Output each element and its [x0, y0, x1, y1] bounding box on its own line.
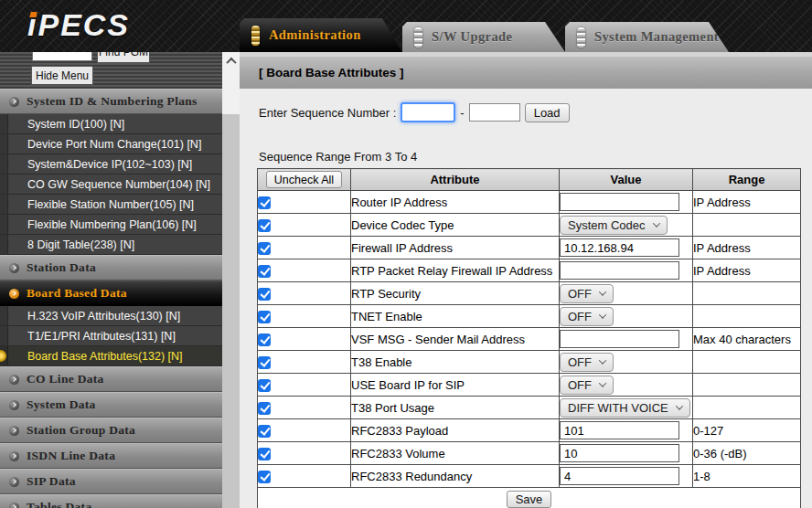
table-row: T38 Port UsageDIFF WITH VOICE	[258, 397, 801, 419]
sidebar-item-board-base-attributes-132-n[interactable]: Board Base Attributes(132) [N]	[0, 346, 222, 366]
sidebar-item-flexible-numbering-plan-106-n[interactable]: Flexible Numbering Plan(106) [N]	[0, 215, 222, 235]
sidebar-item-h-323-voip-attributes-130-n[interactable]: H.323 VoIP Attributes(130) [N]	[0, 306, 222, 326]
tab-administration[interactable]: Administration	[240, 18, 402, 52]
sequence-to-input[interactable]	[469, 103, 520, 122]
table-row: RTP Packet Relay Firewall IP AddressIP A…	[258, 259, 801, 282]
sidebar-find-area: Find PGM Hide Menu	[0, 52, 222, 89]
row-check-cell	[258, 465, 351, 488]
row-checkbox-checked[interactable]	[258, 471, 271, 483]
row-check-cell	[258, 397, 351, 419]
range-text	[693, 282, 801, 305]
table-row: Device Codec TypeSystem Codec	[258, 214, 801, 237]
row-check-cell	[258, 419, 351, 442]
save-button[interactable]: Save	[507, 491, 552, 508]
row-checkbox-checked[interactable]	[258, 288, 271, 301]
table-row: RFC2833 Volume0-36 (-dB)	[258, 442, 801, 465]
range-text: IP Address	[693, 191, 801, 214]
column-header-value: Value	[560, 169, 693, 191]
vertical-scrollbar[interactable]	[222, 52, 240, 508]
value-input-rfc2833-volume[interactable]	[560, 444, 679, 462]
value-input-router-ip-address[interactable]	[560, 193, 679, 211]
load-button[interactable]: Load	[525, 103, 570, 122]
row-check-cell	[258, 282, 351, 305]
tab-s-w-upgrade-icon	[414, 27, 422, 48]
range-text: Max 40 characters	[693, 328, 801, 351]
scrollbar-thumb[interactable]	[222, 114, 240, 508]
attribute-name: RFC2833 Redundancy	[351, 465, 560, 488]
sidebar-section-tables-data[interactable]: Tables Data	[0, 494, 222, 508]
value-select-t38-port-usage[interactable]: DIFF WITH VOICE	[560, 398, 690, 418]
row-checkbox-checked[interactable]	[258, 356, 271, 369]
range-text: 0-127	[693, 419, 801, 442]
row-checkbox-checked[interactable]	[258, 219, 271, 232]
section-arrow-icon	[9, 97, 19, 107]
find-pgm-button[interactable]: Find PGM	[97, 52, 150, 63]
value-input-rfc2833-payload[interactable]	[560, 421, 679, 439]
range-text: 1-8	[693, 465, 801, 488]
tab-system-management[interactable]: System Management	[565, 22, 729, 52]
select-value: OFF	[568, 287, 592, 301]
row-check-cell	[258, 305, 351, 328]
sidebar-section-label: Station Group Data	[27, 423, 135, 438]
range-text	[693, 305, 801, 328]
sidebar-section-station-group-data[interactable]: Station Group Data	[0, 418, 222, 443]
sidebar-section-isdn-line-data[interactable]: ISDN Line Data	[0, 443, 222, 469]
row-checkbox-checked[interactable]	[258, 333, 271, 346]
sidebar-item-device-port-num-change-101-n[interactable]: Device Port Num Change(101) [N]	[0, 134, 222, 154]
sidebar-section-label: System ID & Numbering Plans	[27, 94, 198, 109]
value-input-firewall-ip-address[interactable]	[560, 238, 679, 257]
sidebar-section-co-line-data[interactable]: CO Line Data	[0, 366, 222, 392]
value-input-rtp-packet-relay-firewall-ip-address[interactable]	[560, 261, 679, 280]
row-checkbox-checked[interactable]	[258, 402, 271, 415]
table-header-row: Uncheck All Attribute Value Range	[258, 169, 801, 191]
row-checkbox-checked[interactable]	[258, 265, 271, 278]
row-checkbox-checked[interactable]	[258, 379, 271, 392]
value-select-tnet-enable[interactable]: OFF	[560, 307, 614, 326]
hide-menu-button[interactable]: Hide Menu	[31, 66, 93, 85]
scrollbar-up-arrow-icon[interactable]	[222, 52, 240, 69]
save-cell: Save	[258, 488, 801, 508]
value-cell	[560, 465, 693, 488]
value-select-use-board-ip-for-sip[interactable]: OFF	[560, 376, 614, 395]
range-text	[693, 214, 801, 237]
ipecs-logo: iPECS	[27, 7, 130, 43]
uncheck-all-button[interactable]: Uncheck All	[266, 171, 342, 188]
section-arrow-icon	[9, 375, 19, 385]
sidebar-section-system-data[interactable]: System Data	[0, 392, 222, 418]
sidebar-section-station-data[interactable]: Station Data	[0, 255, 222, 280]
value-cell: OFF	[560, 305, 693, 328]
sequence-entry-row: Enter Sequence Number : - Load	[259, 100, 570, 125]
find-pgm-input[interactable]	[32, 52, 92, 61]
row-checkbox-checked[interactable]	[258, 196, 271, 209]
select-value: OFF	[568, 355, 592, 369]
sidebar-item-system-device-ip-102-103-n[interactable]: System&Device IP(102~103) [N]	[0, 154, 222, 175]
sidebar-item-system-id-100-n[interactable]: System ID(100) [N]	[0, 114, 222, 134]
sidebar-section-sip-data[interactable]: SIP Data	[0, 469, 222, 494]
sidebar-item-t1-e1-pri-attributes-131-n[interactable]: T1/E1/PRI Attributes(131) [N]	[0, 326, 222, 346]
tab-s-w-upgrade[interactable]: S/W Upgrade	[402, 22, 565, 52]
value-select-t38-enable[interactable]: OFF	[560, 353, 614, 372]
value-input-vsf-msg-sender-mail-address[interactable]	[560, 330, 679, 348]
sidebar-item-co-gw-sequence-number-104-n[interactable]: CO GW Sequence Number(104) [N]	[0, 175, 222, 195]
row-check-cell	[258, 237, 351, 259]
sidebar-item-8-digit-table-238-n[interactable]: 8 Digit Table(238) [N]	[0, 235, 222, 255]
sidebar-section-system-id-numbering-plans[interactable]: System ID & Numbering Plans	[0, 89, 222, 114]
row-checkbox-checked[interactable]	[258, 425, 271, 438]
tab-label: System Management	[594, 29, 719, 45]
value-select-device-codec-type[interactable]: System Codec	[560, 216, 668, 235]
row-checkbox-checked[interactable]	[258, 242, 271, 255]
top-header: iPECS AdministrationS/W UpgradeSystem Ma…	[0, 0, 812, 52]
sequence-range-text: Sequence Range From 3 To 4	[259, 150, 417, 164]
sequence-from-input[interactable]	[401, 102, 455, 122]
row-checkbox-checked[interactable]	[258, 311, 271, 323]
row-check-cell	[258, 442, 351, 465]
attribute-name: T38 Port Usage	[351, 397, 560, 419]
value-input-rfc2833-redundancy[interactable]	[560, 467, 679, 485]
section-arrow-icon	[9, 426, 19, 436]
table-row: VSF MSG - Sender Mail AddressMax 40 char…	[258, 328, 801, 351]
value-select-rtp-security[interactable]: OFF	[560, 284, 614, 303]
chevron-down-icon	[599, 379, 606, 386]
sidebar-item-flexible-station-number-105-n[interactable]: Flexible Station Number(105) [N]	[0, 195, 222, 215]
row-checkbox-checked[interactable]	[258, 448, 271, 460]
sidebar-section-board-based-data[interactable]: Board Based Data	[0, 280, 222, 306]
